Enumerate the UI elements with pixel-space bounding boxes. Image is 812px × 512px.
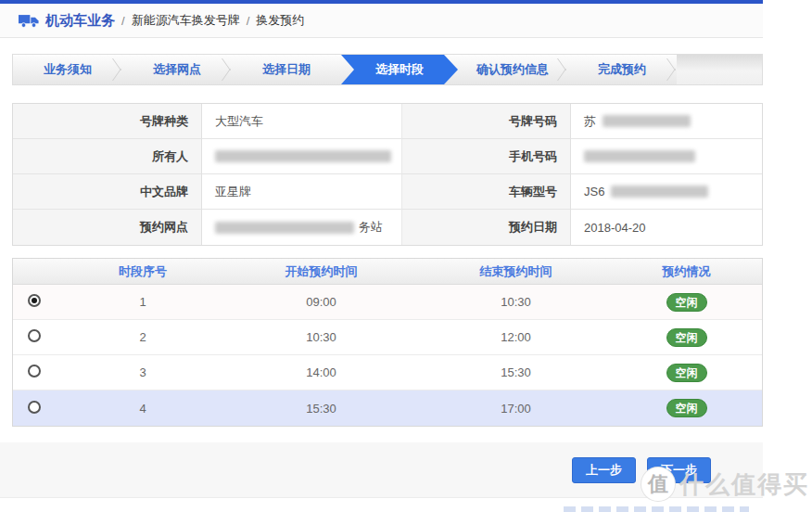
- redacted-value: [215, 150, 391, 162]
- field-label-plate-type: 号牌种类: [13, 104, 202, 139]
- slot-start-time: 10:30: [222, 330, 421, 344]
- previous-step-button[interactable]: 上一步: [572, 457, 636, 483]
- breadcrumb-section[interactable]: 机动车业务: [45, 12, 115, 30]
- slot-radio-2[interactable]: [28, 329, 41, 342]
- field-value-branch: 务站: [202, 210, 402, 245]
- breadcrumb-separator: /: [247, 14, 250, 28]
- timeslot-table-header: 时段序号 开始预约时间 结束预约时间 预约情况: [13, 259, 762, 285]
- slot-seq: 2: [64, 330, 222, 344]
- truck-icon: [19, 14, 39, 28]
- redacted-value: [215, 222, 354, 234]
- slot-seq: 3: [64, 365, 222, 379]
- column-header-end: 结束预约时间: [421, 263, 611, 280]
- redacted-value: [603, 115, 691, 127]
- slot-end-time: 10:30: [421, 295, 611, 309]
- column-header-seq: 时段序号: [64, 263, 222, 280]
- slot-radio-4[interactable]: [28, 401, 41, 414]
- field-label-phone: 手机号码: [402, 139, 571, 174]
- slot-seq: 1: [64, 295, 222, 309]
- breadcrumb-separator: /: [121, 14, 125, 28]
- field-value-date: 2018-04-20: [571, 210, 762, 245]
- breadcrumb-item-category: 新能源汽车换发号牌: [132, 12, 240, 29]
- cutoff-text-remnant: [564, 506, 749, 512]
- step-notice[interactable]: 业务须知: [13, 55, 122, 84]
- table-row[interactable]: 3 14:00 15:30 空闲: [13, 355, 762, 390]
- status-badge: 空闲: [666, 328, 707, 347]
- field-value-phone: [571, 139, 762, 174]
- watermark-badge-icon: 值: [641, 467, 675, 501]
- slot-radio-3[interactable]: [28, 365, 41, 378]
- slot-start-time: 14:00: [222, 365, 421, 379]
- field-value-brand: 亚星牌: [202, 174, 402, 210]
- step-wizard-tail: [677, 55, 762, 84]
- slot-start-time: 15:30: [222, 402, 421, 416]
- slot-seq: 4: [64, 402, 222, 416]
- breadcrumb-item-page: 换发预约: [256, 12, 304, 29]
- field-label-owner: 所有人: [13, 139, 202, 174]
- column-header-start: 开始预约时间: [222, 263, 421, 280]
- step-confirm-info[interactable]: 确认预约信息: [458, 55, 567, 84]
- field-value-plate-type: 大型汽车: [202, 104, 402, 139]
- slot-end-time: 15:30: [421, 365, 611, 379]
- field-value-plate-number: 苏: [571, 104, 762, 139]
- field-label-plate-number: 号牌号码: [402, 104, 571, 139]
- slot-radio-1[interactable]: [28, 294, 41, 307]
- step-wizard: 业务须知 选择网点 选择日期 选择时段 确认预约信息 完成预约: [12, 54, 763, 85]
- field-label-model: 车辆型号: [402, 174, 571, 210]
- vehicle-info-table: 号牌种类 大型汽车 号牌号码 苏 所有人 手机号码 中文品牌 亚星牌 车辆型号 …: [12, 103, 763, 246]
- table-row[interactable]: 1 09:00 10:30 空闲: [13, 285, 762, 320]
- field-value-model: JS6: [571, 174, 762, 210]
- field-value-owner: [202, 139, 402, 174]
- watermark-text: 什么值得买: [679, 468, 809, 501]
- smzdm-watermark: 值 什么值得买: [641, 467, 809, 501]
- column-header-status: 预约情况: [611, 263, 762, 280]
- main-panel: 机动车业务 / 新能源汽车换发号牌 / 换发预约 业务须知 选择网点 选择日期 …: [0, 0, 763, 512]
- field-label-date: 预约日期: [402, 210, 571, 245]
- step-complete[interactable]: 完成预约: [567, 55, 677, 84]
- field-label-branch: 预约网点: [13, 210, 202, 245]
- table-row[interactable]: 4 15:30 17:00 空闲: [13, 390, 762, 426]
- redacted-value: [611, 186, 708, 198]
- slot-end-time: 12:00: [421, 330, 611, 344]
- step-select-timeslot-active[interactable]: 选择时段: [341, 55, 458, 84]
- table-row[interactable]: 2 10:30 12:00 空闲: [13, 320, 762, 355]
- redacted-value: [584, 150, 695, 162]
- status-badge: 空闲: [666, 293, 707, 312]
- timeslot-table: 时段序号 开始预约时间 结束预约时间 预约情况 1 09:00 10:30 空闲…: [12, 258, 763, 427]
- step-select-branch[interactable]: 选择网点: [122, 55, 232, 84]
- field-label-brand: 中文品牌: [13, 174, 202, 210]
- status-badge: 空闲: [666, 399, 707, 417]
- breadcrumb: 机动车业务 / 新能源汽车换发号牌 / 换发预约: [0, 4, 763, 38]
- slot-end-time: 17:00: [421, 402, 611, 416]
- status-badge: 空闲: [666, 364, 707, 382]
- slot-start-time: 09:00: [222, 295, 421, 309]
- step-select-date[interactable]: 选择日期: [232, 55, 341, 84]
